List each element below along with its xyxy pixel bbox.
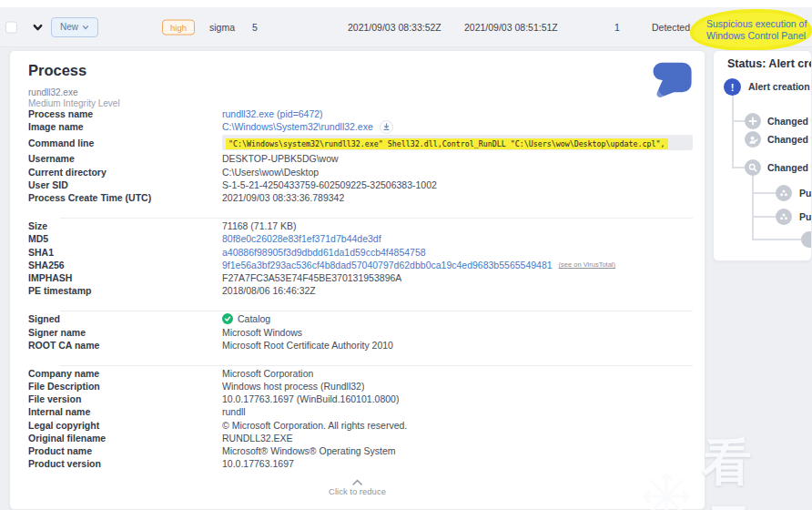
command-line-bar: "C:\Windows\system32\rundll32.exe" Shell… (222, 135, 693, 150)
download-button[interactable] (380, 120, 393, 134)
field-row: SHA1a40886f98905f3d9dbdd61da1d59ccb4f485… (28, 246, 693, 259)
field-row: Size71168 (71.17 KB) (28, 219, 693, 232)
alert-rule-link[interactable]: Suspicious execution of Windows Control … (706, 18, 808, 42)
field-row: UsernameDESKTOP-UPBK5DG\wow (28, 152, 693, 165)
alert-row: New high sigma 5 2021/09/03 08:33:52Z 20… (0, 7, 812, 47)
section-divider (60, 218, 693, 219)
page-title: Process (28, 62, 86, 79)
field-row: Image nameC:\Windows\System32\rundll32.e… (28, 120, 693, 133)
field-section: SignedCatalogSigner nameMicrosoft Window… (28, 312, 693, 352)
field-row: Signer nameMicrosoft Windows (28, 325, 693, 338)
field-value: 10.0.17763.1697 (222, 458, 294, 469)
row-checkbox[interactable] (5, 21, 17, 33)
timeline-connector (753, 192, 776, 194)
chevron-up-icon (352, 479, 363, 485)
timeline-label: Changed to (767, 162, 812, 173)
field-label: Internal name (28, 406, 222, 417)
expand-chevron-icon[interactable] (32, 21, 44, 33)
quarantine-icon (776, 185, 792, 201)
download-icon (382, 123, 391, 131)
timeline-label: Changed to (767, 116, 812, 127)
quarantine-icon (776, 209, 792, 225)
field-value: S-1-5-21-4250433759-602509225-32506383-1… (222, 179, 437, 190)
process-detail-card: Process rundll32.exe Medium Integrity Le… (9, 50, 705, 510)
alert-creation-icon: ! (724, 78, 741, 96)
field-row: Legal copyright© Microsoft Corporation. … (28, 419, 693, 432)
field-row: File version10.0.17763.1697 (WinBuild.16… (28, 393, 693, 405)
field-row: Process Create Time (UTC)2021/09/03 08:3… (28, 191, 693, 204)
process-name-subtitle: rundll32.exe (28, 87, 77, 97)
field-row: Command line"C:\Windows\system32\rundll3… (28, 133, 693, 152)
field-label: Signer name (28, 327, 222, 338)
timeline-connector (733, 120, 745, 122)
detection-status: Detected (652, 22, 690, 33)
field-value: C:\Users\wow\Desktop (222, 167, 319, 178)
field-value: Windows host process (Rundll32) (222, 381, 364, 392)
field-row: Product nameMicrosoft® Windows® Operatin… (28, 444, 693, 457)
timeline-label: Put (799, 188, 812, 199)
field-value: DESKTOP-UPBK5DG\wow (222, 153, 339, 164)
field-value: 2021/09/03 08:33:36.789342 (222, 192, 344, 203)
field-label: IMPHASH (28, 272, 222, 283)
timeline-connector (753, 216, 776, 218)
field-value: Catalog (222, 313, 270, 324)
field-value[interactable]: 9f1e56a3bf293ac536cf4b8dad57040797d62dbb… (222, 260, 553, 270)
timeline-connector (753, 239, 801, 240)
field-row: File DescriptionWindows host process (Ru… (28, 380, 693, 393)
field-section: Company nameMicrosoft CorporationFile De… (28, 367, 693, 471)
field-value: Microsoft Root Certificate Authority 201… (222, 340, 393, 351)
field-value: Microsoft® Windows® Operating System (222, 445, 396, 456)
field-label: Current directory (28, 167, 222, 178)
field-row: Process namerundll32.exe (pid=6472) (28, 107, 693, 120)
field-value: F27A7FC3A53E74F45BE370131953896A (222, 272, 401, 283)
field-row: Company nameMicrosoft Corporation (28, 367, 693, 380)
field-value[interactable]: 80f8e0c26028e83f1ef371d7b44de3df (222, 233, 381, 244)
section-divider (60, 311, 693, 311)
field-label: File Description (28, 381, 222, 392)
field-label: ROOT CA name (28, 340, 222, 351)
first-seen-timestamp: 2021/09/03 08:33:52Z (348, 22, 442, 33)
investigation-icon (745, 159, 761, 176)
process-fields: Process namerundll32.exe (pid=6472)Image… (28, 107, 693, 470)
field-row: ROOT CA nameMicrosoft Root Certificate A… (28, 339, 693, 352)
field-value[interactable]: a40886f98905f3d9dbdd61da1d59ccb4f4854758 (222, 247, 426, 258)
field-label: Image name (28, 121, 222, 132)
field-value: rundll (222, 406, 246, 417)
hidden-timeline-node (801, 231, 812, 248)
field-row: Product version10.0.17763.1697 (28, 457, 693, 470)
field-value: 10.0.17763.1697 (WinBuild.160101.0800) (222, 393, 399, 404)
severity-badge: high (162, 19, 195, 35)
field-row: Current directoryC:\Users\wow\Desktop (28, 166, 693, 178)
status-panel-title: Status: Alert crea (727, 57, 812, 70)
watermark-text: 看雪 (702, 430, 812, 510)
command-line-text: "C:\Windows\system32\rundll32.exe" Shell… (226, 138, 668, 149)
field-label: SHA1 (28, 247, 222, 258)
status-new-label: New (60, 22, 78, 32)
signed-type-label: Catalog (238, 313, 270, 324)
virustotal-link[interactable]: (see on VirusTotal) (559, 260, 615, 269)
field-row: Original filenameRUNDLL32.EXE (28, 432, 693, 444)
section-divider (60, 365, 693, 366)
event-count: 1 (614, 22, 620, 33)
field-label: Command line (28, 138, 222, 148)
field-label: Legal copyright (28, 420, 222, 431)
field-label: Username (28, 153, 222, 164)
click-to-reduce-control[interactable]: Click to reduce (329, 479, 386, 496)
field-row: SHA2569f1e56a3bf293ac536cf4b8dad57040797… (28, 259, 693, 271)
field-label: Product name (28, 445, 222, 456)
field-value[interactable]: C:\Windows\System32\rundll32.exe (222, 121, 373, 132)
field-row: Internal namerundll (28, 405, 693, 418)
status-new-dropdown[interactable]: New (51, 17, 98, 37)
status-panel: Status: Alert crea ! Alert creation Chan… (713, 50, 812, 261)
field-label: File version (28, 393, 222, 404)
field-label: PE timestamp (28, 285, 222, 296)
rule-count: 5 (252, 22, 258, 33)
script-scroll-icon (647, 56, 696, 106)
field-section: Size71168 (71.17 KB)MD580f8e0c26028e83f1… (28, 219, 693, 297)
field-row: IMPHASHF27A7FC3A53E74F45BE370131953896A (28, 271, 693, 284)
verified-check-icon (222, 313, 233, 324)
field-label: User SID (28, 179, 222, 190)
field-value: Microsoft Corporation (222, 368, 313, 379)
field-value[interactable]: rundll32.exe (pid=6472) (222, 108, 323, 119)
field-row: SignedCatalog (28, 312, 693, 325)
